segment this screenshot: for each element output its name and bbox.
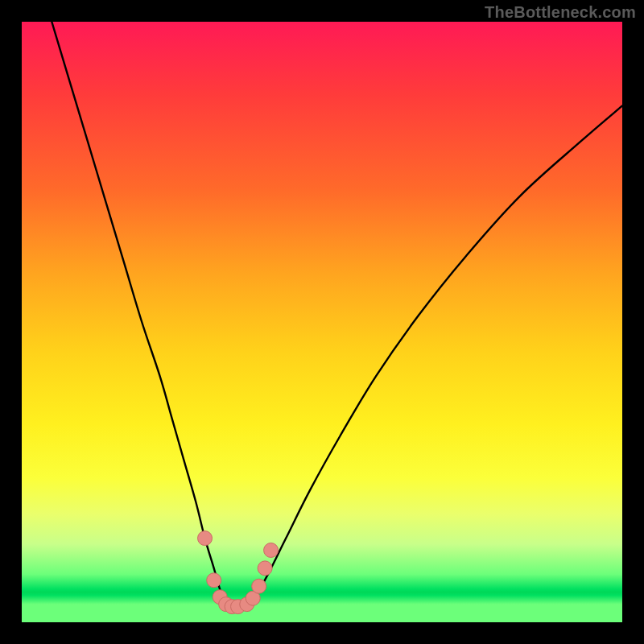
curve-marker (264, 543, 279, 557)
chart-frame: TheBottleneck.com (0, 0, 644, 644)
chart-svg (22, 22, 622, 622)
bottleneck-curve (52, 22, 622, 611)
curve-marker (258, 561, 272, 576)
curve-marker (198, 531, 213, 546)
curve-marker (207, 573, 221, 588)
watermark-text: TheBottleneck.com (485, 3, 636, 22)
curve-markers (198, 531, 279, 614)
curve-marker (252, 579, 266, 593)
plot-area (22, 22, 622, 622)
